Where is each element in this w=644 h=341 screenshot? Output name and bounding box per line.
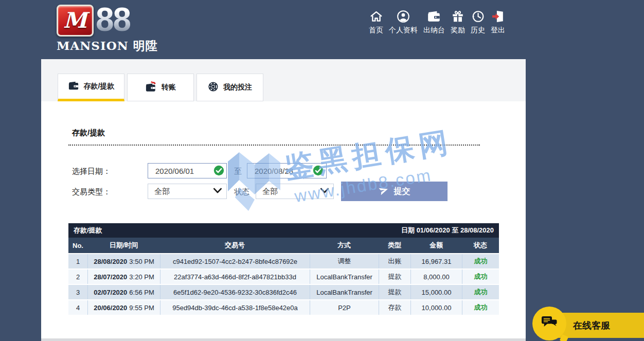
cell-datetime: 02/07/20206:56 PM [87, 285, 160, 299]
cell-txn: 6e5f1d62-9e20-4536-9232-30c836fd2c46 [160, 285, 310, 299]
check-icon [313, 165, 324, 176]
tab-transfer[interactable]: 转账 [127, 74, 194, 101]
cell-datetime: 28/07/20203:20 PM [87, 270, 160, 284]
top-navigation: 首页 个人资料 出纳台 奖励 [369, 10, 505, 35]
selected-option: 全部 [154, 187, 170, 196]
submit-button[interactable]: 提交 [341, 182, 448, 201]
check-icon [213, 165, 224, 176]
logo-m-letter: M [63, 10, 87, 31]
col-header-no: No. [68, 238, 87, 253]
col-header-type: 类型 [379, 238, 410, 253]
to-label: 至 [234, 167, 242, 176]
table-row: 3 02/07/20206:56 PM 6e5f1d62-9e20-4536-9… [68, 284, 499, 299]
cell-txn: 22af3774-a63d-466d-8f2f-a847821bb33d [160, 270, 310, 284]
nav-item-rewards[interactable]: 奖励 [451, 10, 465, 35]
cell-status: 成功 [462, 254, 499, 268]
col-header-amount: 金额 [410, 238, 462, 253]
cell-status: 成功 [462, 270, 499, 284]
send-icon [379, 185, 389, 198]
cell-amount: 16,967.31 [410, 254, 462, 268]
online-service-pill[interactable]: 在线客服 [553, 313, 644, 338]
transfer-icon [145, 81, 157, 94]
cell-txn: c941ed92-1507-4cc2-b247-8bfe4c87692e [160, 254, 310, 268]
logo-88-text: 88 [96, 5, 130, 34]
cell-method: P2P [310, 300, 379, 315]
tab-label: 存款/提款 [84, 82, 115, 91]
profile-icon [397, 10, 410, 23]
cell-status: 成功 [462, 300, 499, 315]
chat-icon [541, 315, 558, 332]
cell-amount: 8,000.00 [410, 270, 462, 284]
cell-method: LocalBankTransfer [310, 270, 379, 284]
nav-label: 个人资料 [389, 26, 418, 35]
logout-icon [491, 10, 505, 23]
nav-item-home[interactable]: 首页 [369, 10, 383, 35]
transaction-type-select[interactable]: 全部 [148, 184, 227, 199]
nav-item-logout[interactable]: 登出 [491, 10, 505, 35]
col-header-txn: 交易号 [160, 238, 310, 253]
nav-label: 历史 [471, 26, 485, 35]
submit-label: 提交 [394, 186, 410, 197]
cell-type: 存款 [379, 300, 410, 315]
table-title-bar: 存款/提款 日期 01/06/2020 至 28/08/2020 [68, 223, 499, 238]
chat-bubble-badge[interactable] [532, 307, 566, 340]
rewards-icon [451, 10, 464, 23]
cell-no: 1 [68, 254, 87, 268]
nav-item-cashier[interactable]: 出纳台 [423, 10, 445, 35]
nav-label: 首页 [369, 26, 383, 35]
table-row: 4 20/06/20209:55 PM 95ed94db-39dc-46cd-a… [68, 299, 499, 315]
cell-amount: 10,000.00 [410, 300, 462, 315]
cell-method: 调整 [310, 254, 379, 268]
table-row: 2 28/07/20203:20 PM 22af3774-a63d-466d-8… [68, 268, 499, 284]
transaction-type-label: 交易类型： [72, 187, 111, 197]
cell-no: 4 [68, 300, 87, 315]
cell-no: 2 [68, 270, 87, 284]
logo-mansion-text: MANSION 明陞 [57, 38, 158, 54]
selected-option: 全部 [262, 187, 278, 196]
table-date-range: 日期 01/06/2020 至 28/08/2020 [401, 226, 494, 235]
col-header-datetime: 日期/时间 [87, 238, 160, 253]
dotted-divider [68, 145, 480, 146]
m88-cashier-page: M 88 MANSION 明陞 首页 个人资料 [0, 0, 644, 341]
nav-label: 出纳台 [423, 26, 445, 35]
nav-label: 登出 [491, 26, 505, 35]
nav-label: 奖励 [451, 26, 465, 35]
nav-item-profile[interactable]: 个人资料 [389, 10, 418, 35]
tab-label: 我的投注 [223, 83, 252, 92]
section-title: 存款/提款 [72, 128, 105, 138]
cell-status: 成功 [462, 285, 499, 299]
tab-my-bets[interactable]: 我的投注 [196, 74, 263, 101]
cell-no: 3 [68, 285, 87, 299]
online-service-label: 在线客服 [573, 319, 610, 332]
chip-icon [208, 81, 219, 94]
cell-datetime: 28/08/20203:50 PM [87, 254, 160, 268]
home-icon [369, 10, 383, 23]
tab-label: 转账 [162, 83, 176, 92]
cell-txn: 95ed94db-39dc-46cd-a538-1f8e58e42e0a [160, 300, 310, 315]
online-service-button[interactable]: 在线客服 [530, 306, 644, 341]
transactions-table: 存款/提款 日期 01/06/2020 至 28/08/2020 No. 日期/… [68, 223, 499, 315]
col-header-status: 状态 [462, 238, 499, 253]
cell-type: 提款 [379, 285, 410, 299]
top-header: M 88 MANSION 明陞 首页 个人资料 [0, 0, 644, 59]
content-panel: 存款/提款 转账 我的投注 存款/提款 选择日期： 至 交易类型： [41, 59, 526, 341]
table-title: 存款/提款 [74, 226, 102, 235]
table-row: 1 28/08/20203:50 PM c941ed92-1507-4cc2-b… [68, 253, 499, 268]
status-select[interactable]: 全部 [256, 184, 334, 199]
wallet-icon [68, 81, 79, 93]
col-header-method: 方式 [310, 238, 379, 253]
status-label: 状态 [234, 187, 249, 197]
nav-item-history[interactable]: 历史 [471, 10, 485, 35]
history-icon [471, 10, 485, 23]
tab-deposit-withdrawal[interactable]: 存款/提款 [58, 74, 124, 101]
cell-type: 提款 [379, 270, 410, 284]
chevron-down-icon [320, 187, 329, 196]
m88-logo[interactable]: M 88 MANSION 明陞 [57, 5, 158, 54]
table-header-row: No. 日期/时间 交易号 方式 类型 金额 状态 [68, 238, 499, 253]
date-range-label: 选择日期： [72, 167, 111, 176]
logo-m-box: M [57, 5, 94, 37]
cell-datetime: 20/06/20209:55 PM [87, 300, 160, 315]
panel-footer-strip [41, 338, 526, 341]
cell-method: LocalBankTransfer [310, 285, 379, 299]
cell-amount: 15,000.00 [410, 285, 462, 299]
